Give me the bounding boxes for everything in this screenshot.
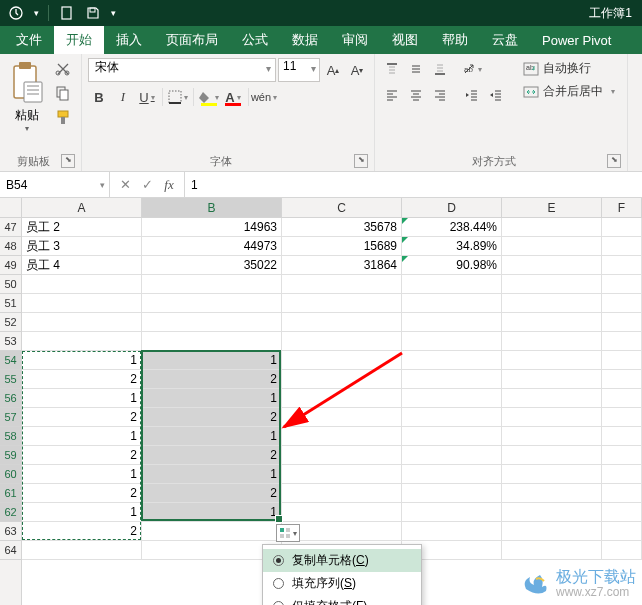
cell[interactable] [402, 351, 502, 370]
row-header[interactable]: 52 [0, 313, 21, 332]
tab-review[interactable]: 审阅 [330, 26, 380, 54]
tab-insert[interactable]: 插入 [104, 26, 154, 54]
border-button[interactable] [167, 86, 189, 108]
decrease-indent-button[interactable] [461, 84, 483, 106]
cell[interactable] [602, 465, 642, 484]
merge-center-button[interactable]: 合并后居中▾ [517, 81, 621, 102]
cell[interactable] [502, 294, 602, 313]
cell[interactable] [602, 370, 642, 389]
cell[interactable]: 1 [22, 465, 142, 484]
cell[interactable] [282, 484, 402, 503]
cell[interactable] [602, 484, 642, 503]
paste-button[interactable]: 粘贴 ▾ [6, 58, 48, 133]
tab-help[interactable]: 帮助 [430, 26, 480, 54]
row-header[interactable]: 48 [0, 237, 21, 256]
cell[interactable] [402, 332, 502, 351]
cell[interactable] [402, 503, 502, 522]
tab-view[interactable]: 视图 [380, 26, 430, 54]
font-color-button[interactable]: A [222, 86, 244, 108]
cell[interactable]: 员工 4 [22, 256, 142, 275]
cell[interactable]: 员工 3 [22, 237, 142, 256]
row-header[interactable]: 61 [0, 484, 21, 503]
cell[interactable] [22, 332, 142, 351]
cell[interactable] [402, 427, 502, 446]
row-header[interactable]: 50 [0, 275, 21, 294]
column-header[interactable]: A [22, 198, 142, 217]
increase-indent-button[interactable] [485, 84, 507, 106]
cell[interactable] [142, 332, 282, 351]
cell[interactable] [402, 408, 502, 427]
name-box[interactable] [0, 172, 109, 197]
cell[interactable] [142, 313, 282, 332]
cell[interactable] [502, 332, 602, 351]
cell[interactable] [502, 446, 602, 465]
cell[interactable]: 35678 [282, 218, 402, 237]
cell[interactable]: 1 [142, 427, 282, 446]
cell[interactable] [282, 370, 402, 389]
cell[interactable] [402, 465, 502, 484]
cell[interactable]: 2 [142, 370, 282, 389]
column-header[interactable]: B [142, 198, 282, 217]
row-header[interactable]: 64 [0, 541, 21, 560]
cell[interactable] [402, 389, 502, 408]
cell[interactable] [142, 541, 282, 560]
cell[interactable]: 1 [22, 389, 142, 408]
row-header[interactable]: 59 [0, 446, 21, 465]
cell[interactable]: 2 [22, 370, 142, 389]
font-name-select[interactable]: 宋体 [88, 58, 276, 82]
save-icon[interactable] [81, 2, 105, 24]
tab-layout[interactable]: 页面布局 [154, 26, 230, 54]
tab-file[interactable]: 文件 [4, 26, 54, 54]
cell[interactable] [282, 427, 402, 446]
cell[interactable]: 1 [142, 389, 282, 408]
cell[interactable]: 2 [142, 484, 282, 503]
decrease-font-button[interactable]: A▾ [346, 59, 368, 81]
align-left-button[interactable] [381, 84, 403, 106]
chevron-down-icon[interactable]: ▾ [6, 124, 48, 133]
row-header[interactable]: 62 [0, 503, 21, 522]
row-header[interactable]: 53 [0, 332, 21, 351]
cell[interactable] [502, 218, 602, 237]
cell[interactable] [602, 503, 642, 522]
cell[interactable] [282, 313, 402, 332]
fill-color-button[interactable] [198, 86, 220, 108]
row-header[interactable]: 47 [0, 218, 21, 237]
column-header[interactable]: C [282, 198, 402, 217]
autofill-copy-cells[interactable]: 复制单元格(C) [263, 549, 421, 572]
tab-home[interactable]: 开始 [54, 26, 104, 54]
underline-button[interactable]: U [136, 86, 158, 108]
cell[interactable] [142, 275, 282, 294]
cell[interactable]: 1 [22, 351, 142, 370]
cell[interactable] [282, 294, 402, 313]
cell[interactable] [402, 370, 502, 389]
cell[interactable] [502, 256, 602, 275]
cell[interactable] [502, 275, 602, 294]
cell[interactable] [602, 541, 642, 560]
tab-data[interactable]: 数据 [280, 26, 330, 54]
font-size-select[interactable]: 11 [278, 58, 320, 82]
cell[interactable] [402, 446, 502, 465]
qat-dropdown-icon[interactable]: ▾ [30, 2, 42, 24]
cell[interactable] [602, 332, 642, 351]
cell[interactable] [602, 351, 642, 370]
cell[interactable]: 员工 2 [22, 218, 142, 237]
cell[interactable] [282, 389, 402, 408]
cell[interactable]: 2 [22, 522, 142, 541]
align-center-button[interactable] [405, 84, 427, 106]
cell[interactable]: 1 [142, 503, 282, 522]
cell[interactable]: 1 [142, 351, 282, 370]
row-header[interactable]: 63 [0, 522, 21, 541]
wrap-text-button[interactable]: ab自动换行 [517, 58, 621, 79]
copy-button[interactable] [52, 82, 74, 104]
tab-formula[interactable]: 公式 [230, 26, 280, 54]
row-header[interactable]: 54 [0, 351, 21, 370]
align-bottom-button[interactable] [429, 58, 451, 80]
column-header[interactable]: E [502, 198, 602, 217]
autofill-fill-series[interactable]: 填充序列(S) [263, 572, 421, 595]
row-header[interactable]: 56 [0, 389, 21, 408]
cell[interactable]: 2 [142, 408, 282, 427]
cell[interactable] [142, 522, 282, 541]
formula-input[interactable] [185, 172, 642, 197]
row-header[interactable]: 57 [0, 408, 21, 427]
cell[interactable] [602, 218, 642, 237]
